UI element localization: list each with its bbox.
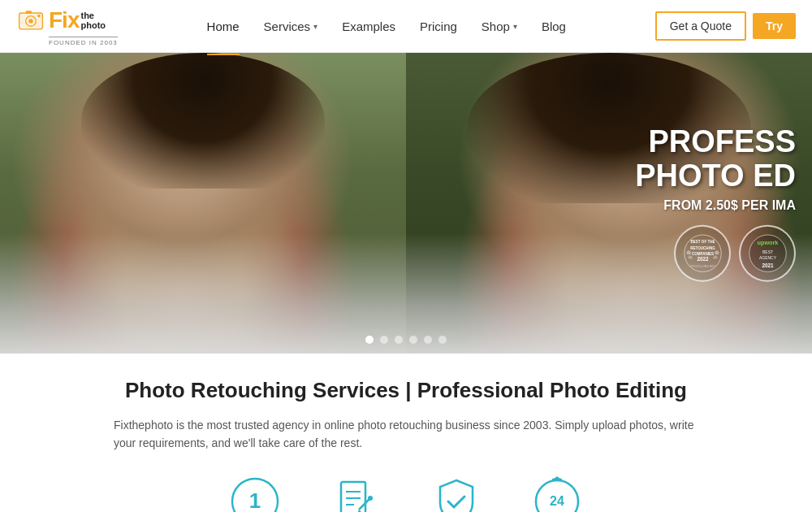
hero-title-line2: PHOTO ED <box>635 159 796 193</box>
try-button[interactable]: Try <box>753 13 796 39</box>
section-title: Photo Retouching Services | Professional… <box>16 378 796 403</box>
svg-text:2021: 2021 <box>762 262 774 267</box>
header-buttons: Get a Quote Try <box>655 11 796 41</box>
nav-blog[interactable]: Blog <box>542 15 566 37</box>
upwork-badge-svg: upwork BEST AGENCY 2021 <box>745 232 790 273</box>
svg-rect-4 <box>26 11 32 14</box>
get-quote-button[interactable]: Get a Quote <box>655 11 746 41</box>
upload-icon: 1 <box>229 475 281 512</box>
dot-6[interactable] <box>438 336 447 344</box>
hero-badges: BEST OF THE RETOUCHING COMPANIES 2022 FO… <box>635 224 796 281</box>
hero-dots <box>365 336 447 344</box>
logo-fix-text: Fix <box>49 7 79 33</box>
svg-point-3 <box>28 19 32 23</box>
logo-icon <box>16 6 45 35</box>
header: Fix the photo FOUNDED IN 2003 Home Servi… <box>0 0 812 53</box>
feature-requirements <box>330 475 382 512</box>
feature-upload: 1 <box>229 475 281 512</box>
hero-text-overlay: PROFESS PHOTO ED FROM 2.50$ PER IMA BEST… <box>635 125 796 282</box>
svg-text:COMPANIES: COMPANIES <box>691 252 713 256</box>
hair-left <box>81 53 325 189</box>
svg-text:RETOUCHING: RETOUCHING <box>690 245 715 249</box>
shop-dropdown-icon: ▾ <box>513 22 517 31</box>
svg-text:AGENCY: AGENCY <box>758 255 776 260</box>
dot-5[interactable] <box>424 336 432 344</box>
dot-1[interactable] <box>365 336 374 344</box>
svg-text:24: 24 <box>550 494 564 508</box>
svg-text:2022: 2022 <box>697 256 709 262</box>
dot-2[interactable] <box>380 336 388 344</box>
clock-24-icon: 24 <box>531 475 583 512</box>
nav-pricing[interactable]: Pricing <box>420 15 457 37</box>
services-dropdown-icon: ▾ <box>313 22 317 31</box>
logo-founded-text: FOUNDED IN 2003 <box>49 37 118 46</box>
logo-the-photo-text: the photo <box>80 11 106 30</box>
feature-quality <box>430 475 482 512</box>
svg-text:BEST: BEST <box>762 249 772 254</box>
svg-text:1: 1 <box>249 488 261 512</box>
shield-check-icon <box>430 475 482 512</box>
drape-left <box>0 233 406 354</box>
svg-point-25 <box>368 496 373 501</box>
svg-text:BEST OF THE: BEST OF THE <box>690 240 715 244</box>
hero-before-photo <box>0 53 406 354</box>
content-section: Photo Retouching Services | Professional… <box>0 354 812 512</box>
document-icon <box>330 475 382 512</box>
hero-section: PROFESS PHOTO ED FROM 2.50$ PER IMA BEST… <box>0 53 812 354</box>
nav-services[interactable]: Services ▾ <box>264 15 318 37</box>
nav-home[interactable]: Home <box>207 15 240 37</box>
hero-subtitle: FROM 2.50$ PER IMA <box>635 197 796 212</box>
upwork-badge: upwork BEST AGENCY 2021 <box>739 224 796 281</box>
logo[interactable]: Fix the photo FOUNDED IN 2003 <box>16 6 118 46</box>
hero-title-line1: PROFESS <box>635 125 796 159</box>
nav-examples[interactable]: Examples <box>342 15 395 37</box>
main-nav: Home Services ▾ Examples Pricing Shop ▾ … <box>207 15 566 37</box>
feature-24h: 24 <box>531 475 583 512</box>
nav-shop[interactable]: Shop ▾ <box>482 15 517 37</box>
best-retouching-badge: BEST OF THE RETOUCHING COMPANIES 2022 FO… <box>674 224 731 281</box>
svg-text:FOCOCLORE.NET: FOCOCLORE.NET <box>689 265 715 268</box>
svg-point-5 <box>37 15 41 18</box>
dot-3[interactable] <box>395 336 403 344</box>
wreath-badge-svg: BEST OF THE RETOUCHING COMPANIES 2022 FO… <box>680 232 725 273</box>
features-row: 1 2 <box>16 475 796 512</box>
svg-text:upwork: upwork <box>757 239 779 246</box>
section-description: Fixthephoto is the most trusted agency i… <box>114 416 698 453</box>
dot-4[interactable] <box>409 336 417 344</box>
